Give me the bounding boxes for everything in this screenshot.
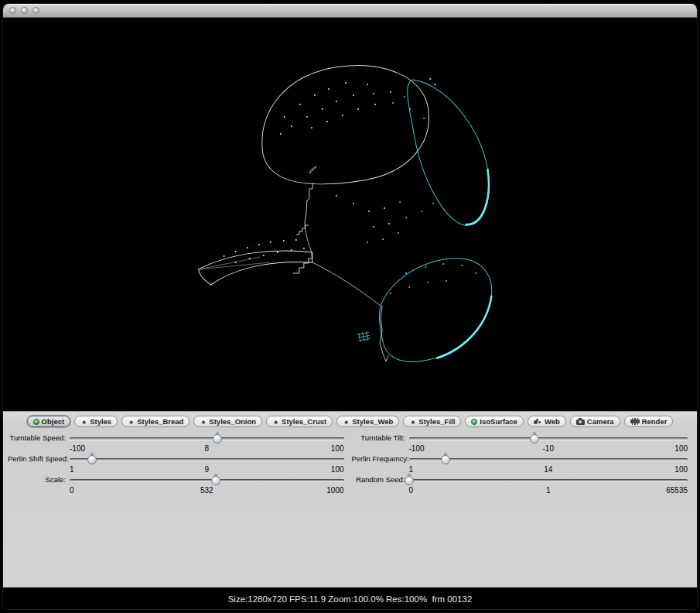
slider-track[interactable] xyxy=(70,454,344,464)
turntable-speed-slider: Turntable Speed: -100 8 100 xyxy=(8,433,344,454)
slider-max: 100 xyxy=(595,443,688,454)
slider-value: 1 xyxy=(502,485,595,495)
title-bar[interactable] xyxy=(3,4,697,18)
tab-styles[interactable]: Styles xyxy=(74,416,118,427)
tab-object[interactable]: Object xyxy=(27,416,71,427)
slider-value: 9 xyxy=(161,464,252,474)
window-controls xyxy=(9,7,39,14)
slider-label: Random Seed: xyxy=(352,474,409,485)
tab-label: IsoSurface xyxy=(480,417,517,426)
green-dot-icon xyxy=(471,419,477,425)
tab-label: Styles_Fill xyxy=(418,417,455,426)
slider-min: 0 xyxy=(70,485,161,495)
slider-track[interactable] xyxy=(409,474,688,485)
spade-icon xyxy=(80,418,87,426)
slider-track[interactable] xyxy=(409,454,688,464)
tab-styles-onion[interactable]: Styles_Onion xyxy=(193,416,262,427)
slider-value: -10 xyxy=(502,443,595,454)
tab-label: Styles_Web xyxy=(352,417,393,426)
slider-value: 8 xyxy=(161,443,252,454)
tab-web[interactable]: Web xyxy=(528,416,566,427)
green-dot-icon xyxy=(33,419,39,425)
tab-label: Styles xyxy=(90,417,111,426)
tab-label: Styles_Bread xyxy=(137,417,183,426)
film-icon xyxy=(630,418,640,425)
render-viewport[interactable] xyxy=(3,18,697,411)
slider-track[interactable] xyxy=(70,474,344,485)
slider-thumb[interactable] xyxy=(405,476,414,485)
tab-label: Web xyxy=(545,417,560,426)
slider-thumb[interactable] xyxy=(530,434,539,443)
slider-label: Perlin Shift Speed: xyxy=(8,454,70,464)
tab-render[interactable]: Render xyxy=(624,416,674,427)
slider-min: 1 xyxy=(70,464,161,474)
perlin-frequency-slider: Perlin Frequency: 1 14 100 xyxy=(352,454,688,474)
spade-icon xyxy=(409,418,416,426)
slider-max: 65535 xyxy=(595,485,688,495)
status-bar: Size:1280x720 FPS:11.9 Zoom:100.0% Res:1… xyxy=(3,587,697,609)
scale-slider: Scale: 0 532 1000 xyxy=(8,474,344,495)
slider-track[interactable] xyxy=(409,433,688,443)
slider-label: Turntable Speed: xyxy=(8,433,70,443)
slider-max: 100 xyxy=(252,443,343,454)
control-panel: Object Styles Styles_Bread Styles_Onion … xyxy=(3,411,697,587)
tab-label: Camera xyxy=(587,417,614,426)
slider-thumb[interactable] xyxy=(441,455,450,464)
tab-bar: Object Styles Styles_Bread Styles_Onion … xyxy=(3,416,697,427)
zoom-button[interactable] xyxy=(32,7,39,14)
turntable-tilt-slider: Turntable Tilt: -100 -10 100 xyxy=(352,433,688,454)
slider-min: -100 xyxy=(70,443,161,454)
tab-label: Render xyxy=(642,417,668,426)
slider-label: Scale: xyxy=(8,474,70,485)
slider-min: -100 xyxy=(409,443,502,454)
slider-min: 1 xyxy=(409,464,502,474)
slider-value: 14 xyxy=(502,464,595,474)
close-button[interactable] xyxy=(9,7,16,14)
slider-thumb[interactable] xyxy=(211,476,220,485)
slider-label: Perlin Frequency: xyxy=(352,454,409,464)
tab-label: Styles_Crust xyxy=(282,417,326,426)
tab-styles-bread[interactable]: Styles_Bread xyxy=(121,416,190,427)
tab-label: Object xyxy=(42,417,65,426)
app-window: Object Styles Styles_Bread Styles_Onion … xyxy=(3,4,697,609)
status-text: Size:1280x720 FPS:11.9 Zoom:100.0% Res:1… xyxy=(228,594,473,604)
slider-max: 100 xyxy=(595,464,688,474)
spade-icon xyxy=(200,418,207,426)
tab-label: Styles_Onion xyxy=(209,417,256,426)
slider-value: 532 xyxy=(161,485,252,495)
tab-isosurface[interactable]: IsoSurface xyxy=(465,416,524,427)
paw-icon xyxy=(534,420,538,424)
minimize-button[interactable] xyxy=(21,7,28,14)
tab-styles-crust[interactable]: Styles_Crust xyxy=(266,416,333,427)
slider-max: 1000 xyxy=(252,485,343,495)
random-seed-slider: Random Seed: 0 1 65535 xyxy=(352,474,688,495)
slider-grid: Turntable Speed: -100 8 100 Turntable Ti… xyxy=(8,433,688,495)
spade-icon xyxy=(272,418,279,426)
slider-thumb[interactable] xyxy=(213,434,222,443)
tab-styles-web[interactable]: Styles_Web xyxy=(336,416,399,427)
slider-label: Turntable Tilt: xyxy=(352,433,409,443)
tab-camera[interactable]: Camera xyxy=(570,416,620,427)
slider-thumb[interactable] xyxy=(87,455,97,464)
perlin-shift-speed-slider: Perlin Shift Speed: 1 9 100 xyxy=(8,454,344,474)
spade-icon xyxy=(128,418,135,426)
wireframe-graphic xyxy=(3,18,697,411)
spade-icon xyxy=(343,418,350,426)
slider-min: 0 xyxy=(409,485,502,495)
slider-max: 100 xyxy=(252,464,343,474)
camera-icon xyxy=(576,420,585,425)
tab-styles-fill[interactable]: Styles_Fill xyxy=(403,416,461,427)
slider-track[interactable] xyxy=(70,433,344,443)
